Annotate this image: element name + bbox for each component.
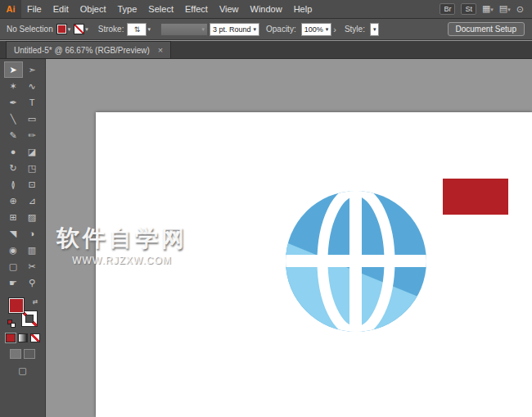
document-tab[interactable]: Untitled-5* @ 66.67% (RGB/Preview) ×	[6, 41, 171, 58]
arrange-documents-icon[interactable]: ▦▾	[482, 0, 494, 19]
slice-tool[interactable]: ✂	[23, 258, 42, 274]
selection-status-label: No Selection	[7, 25, 53, 34]
chevron-down-icon: ▾	[201, 26, 205, 33]
line-segment-tool[interactable]: ╲	[4, 111, 23, 127]
lasso-tool[interactable]: ∿	[23, 78, 42, 94]
shape-builder-tool[interactable]: ⊕	[4, 193, 23, 209]
color-mode-row	[6, 333, 40, 342]
opacity-value: 100%	[304, 25, 323, 34]
magic-wand-tool[interactable]: ✶	[4, 78, 23, 94]
menu-type[interactable]: Type	[112, 0, 143, 18]
menu-select[interactable]: Select	[142, 0, 179, 18]
chevron-down-icon: ▾	[326, 26, 329, 33]
globe-logo-artwork[interactable]	[284, 189, 428, 333]
canvas-pasteboard[interactable]: 软件自学网 WWW.RJZXW.COM	[47, 59, 532, 417]
rotate-tool[interactable]: ↻	[4, 160, 23, 176]
menu-view[interactable]: View	[214, 0, 245, 18]
default-stroke-chip	[11, 323, 16, 328]
tool-grid: ➤ ➣ ✶ ∿ ✒ T ╲ ▭ ✎ ✏ ● ◪ ↻ ◳ ≬ ⊡ ⊕ ⊿ ⊞ ▨ …	[4, 61, 42, 291]
opacity-label: Opacity:	[266, 25, 296, 34]
globe-center-meridian	[349, 189, 362, 333]
draw-behind-button[interactable]	[24, 349, 35, 359]
width-tool[interactable]: ≬	[4, 176, 23, 193]
stroke-weight-dropdown-icon[interactable]: ▾	[147, 26, 151, 33]
power-icon[interactable]: ⊙	[516, 0, 524, 18]
chevron-down-icon: ▾	[253, 26, 256, 33]
rectangle-tool[interactable]: ▭	[23, 111, 42, 127]
gradient-tool[interactable]: ▨	[23, 209, 42, 225]
opacity-dropdown[interactable]: 100% ▾	[301, 23, 332, 36]
swap-fill-stroke-icon[interactable]: ⇄	[33, 298, 38, 306]
menu-window[interactable]: Window	[245, 0, 288, 18]
blob-brush-tool[interactable]: ●	[4, 143, 23, 160]
pen-tool[interactable]: ✒	[4, 94, 23, 111]
type-tool[interactable]: T	[23, 94, 42, 111]
stroke-weight-stepper[interactable]: ⇅	[127, 23, 147, 36]
stroke-label: Stroke:	[98, 25, 124, 34]
menu-effect[interactable]: Effect	[179, 0, 214, 18]
fill-stroke-swatches: ⇄	[8, 297, 38, 327]
gradient-button[interactable]	[18, 333, 28, 342]
zoom-tool[interactable]: ⚲	[23, 274, 42, 291]
screen-mode-button[interactable]: ▢	[18, 365, 26, 376]
close-icon[interactable]: ×	[158, 46, 163, 54]
blend-tool[interactable]: ◑	[23, 225, 42, 242]
draw-normal-button[interactable]	[10, 349, 21, 359]
default-fill-stroke-icon[interactable]	[7, 320, 16, 328]
style-label: Style:	[345, 25, 365, 34]
menu-edit[interactable]: Edit	[47, 0, 74, 18]
hand-tool[interactable]: ☛	[4, 274, 23, 291]
column-graph-tool[interactable]: ▥	[23, 242, 42, 258]
scale-tool[interactable]: ◳	[23, 160, 42, 176]
eyedropper-tool[interactable]: ◥	[4, 225, 23, 242]
drawing-modes-row	[10, 349, 35, 359]
red-rectangle	[443, 179, 508, 215]
free-transform-tool[interactable]: ⊡	[23, 176, 42, 193]
document-tab-bar: Untitled-5* @ 66.67% (RGB/Preview) ×	[0, 41, 532, 59]
direct-selection-tool[interactable]: ➣	[23, 61, 42, 78]
document-setup-button[interactable]: Document Setup	[448, 22, 525, 36]
menu-help[interactable]: Help	[288, 0, 318, 18]
brush-definition-value: 3 pt. Round	[213, 25, 251, 34]
menu-bar-right: Br St ▦▾ ▤▾ ⊙	[440, 0, 532, 19]
mesh-tool[interactable]: ⊞	[4, 209, 23, 225]
brush-definition-dropdown[interactable]: 3 pt. Round ▾	[210, 23, 259, 36]
chevron-down-icon: ▾	[373, 26, 376, 33]
menu-file[interactable]: File	[21, 0, 47, 18]
artboard[interactable]	[96, 112, 532, 417]
stroke-dropdown-icon[interactable]: ▾	[85, 26, 88, 33]
style-dropdown[interactable]: ▾	[370, 23, 380, 36]
eraser-tool[interactable]: ◪	[23, 143, 42, 160]
tools-panel: ➤ ➣ ✶ ∿ ✒ T ╲ ▭ ✎ ✏ ● ◪ ↻ ◳ ≬ ⊡ ⊕ ⊿ ⊞ ▨ …	[0, 59, 46, 417]
none-button[interactable]	[30, 333, 40, 342]
workspace-switcher-icon[interactable]: ▤▾	[499, 0, 511, 19]
red-rectangle-artwork[interactable]	[443, 179, 508, 215]
pencil-tool[interactable]: ✏	[23, 127, 42, 143]
fill-color-swatch[interactable]	[56, 24, 67, 34]
stock-button[interactable]: St	[461, 3, 476, 15]
bridge-button[interactable]: Br	[440, 3, 455, 15]
control-bar: No Selection ▾ ▾ Stroke: ⇅ ▾ ▾ 3 pt. Rou…	[0, 19, 532, 40]
variable-width-profile-dropdown: ▾	[160, 23, 208, 36]
color-button[interactable]	[6, 333, 16, 342]
paintbrush-tool[interactable]: ✎	[4, 127, 23, 143]
illustrator-logo: Ai	[0, 0, 21, 18]
fill-swatch[interactable]	[8, 297, 25, 314]
artboard-tool[interactable]: ▢	[4, 258, 23, 274]
stroke-color-swatch[interactable]	[74, 24, 84, 34]
perspective-grid-tool[interactable]: ⊿	[23, 193, 42, 209]
fill-dropdown-icon[interactable]: ▾	[68, 26, 71, 33]
menu-object[interactable]: Object	[74, 0, 112, 18]
symbol-sprayer-tool[interactable]: ◉	[4, 242, 23, 258]
opacity-panel-chevron-icon[interactable]: ›	[333, 25, 336, 34]
menu-bar: Ai File Edit Object Type Select Effect V…	[0, 0, 532, 19]
selection-tool[interactable]: ➤	[4, 61, 23, 78]
document-tab-title: Untitled-5* @ 66.67% (RGB/Preview)	[14, 46, 150, 55]
